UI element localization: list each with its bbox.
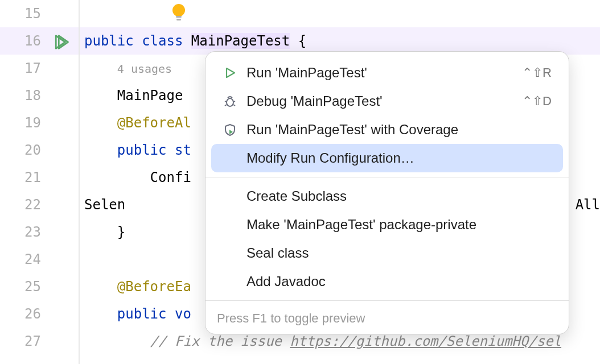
line-number[interactable]: 19 [0, 109, 79, 136]
spacer-icon [223, 151, 237, 166]
keyword: class [142, 33, 183, 49]
menu-label: Create Subclass [246, 188, 552, 204]
line-number[interactable]: 15 [0, 0, 79, 27]
intention-bulb-icon[interactable] [172, 3, 186, 23]
keyword: public st [117, 142, 191, 158]
menu-item-run[interactable]: Run 'MainPageTest' ⌃⇧R [211, 59, 563, 87]
menu-shortcut: ⌃⇧D [522, 94, 552, 109]
menu-label: Add Javadoc [246, 274, 552, 289]
menu-separator [206, 177, 569, 177]
menu-shortcut: ⌃⇧R [522, 65, 552, 80]
spacer-icon [223, 274, 237, 289]
code-text: MainPage [117, 88, 191, 104]
menu-label: Make 'MainPageTest' package-private [246, 217, 552, 233]
line-number[interactable]: 23 [0, 218, 79, 246]
menu-label: Seal class [246, 245, 552, 261]
menu-item-seal-class[interactable]: Seal class [211, 239, 563, 267]
svg-line-5 [233, 101, 235, 102]
annotation: @BeforeEa [117, 279, 191, 295]
comment: // Fix the issue [150, 333, 290, 349]
menu-label: Modify Run Configuration… [246, 150, 552, 166]
menu-item-modify-run-config[interactable]: Modify Run Configuration… [211, 144, 563, 172]
code-line[interactable] [80, 0, 600, 27]
svg-point-0 [172, 4, 185, 16]
line-number[interactable]: 16 [0, 27, 79, 55]
spacer-icon [223, 189, 237, 204]
menu-item-debug[interactable]: Debug 'MainPageTest' ⌃⇧D [211, 87, 563, 115]
keyword: public [84, 33, 134, 49]
keyword: public vo [117, 306, 191, 322]
code-text: Selen [84, 191, 125, 218]
menu-footer-hint: Press F1 to toggle preview [206, 305, 569, 327]
context-menu: Run 'MainPageTest' ⌃⇧R Debug 'MainPageTe… [205, 51, 569, 334]
menu-item-create-subclass[interactable]: Create Subclass [211, 182, 563, 210]
brace: } [117, 224, 125, 240]
menu-label: Debug 'MainPageTest' [246, 93, 522, 109]
spacer-icon [223, 246, 237, 260]
line-number[interactable]: 27 [0, 328, 79, 355]
svg-line-7 [233, 105, 235, 106]
spacer-icon [223, 217, 237, 232]
annotation: @BeforeAl [117, 115, 191, 131]
brace: { [290, 33, 306, 49]
code-text: All [576, 191, 600, 218]
svg-rect-1 [176, 16, 182, 18]
menu-item-coverage[interactable]: Run 'MainPageTest' with Coverage [211, 115, 563, 144]
svg-line-6 [225, 105, 227, 106]
code-line[interactable]: public class MainPageTest { [80, 27, 600, 55]
svg-line-4 [225, 101, 227, 102]
run-icon [223, 65, 237, 80]
run-test-gutter-icon[interactable] [52, 32, 69, 49]
svg-rect-2 [176, 19, 181, 20]
line-number[interactable]: 21 [0, 164, 79, 191]
debug-icon [223, 94, 237, 109]
comment-link[interactable]: https://github.com/SeleniumHQ/sel [290, 333, 561, 349]
coverage-icon [223, 122, 237, 137]
line-number[interactable]: 18 [0, 82, 79, 109]
menu-separator [206, 300, 569, 301]
line-number[interactable]: 24 [0, 246, 79, 273]
line-number[interactable]: 20 [0, 136, 79, 164]
line-number[interactable]: 25 [0, 273, 79, 300]
line-number-text: 16 [24, 33, 41, 49]
class-name: MainPageTest [191, 33, 290, 49]
svg-point-3 [227, 98, 233, 106]
menu-item-package-private[interactable]: Make 'MainPageTest' package-private [211, 210, 563, 239]
line-number[interactable]: 17 [0, 55, 79, 82]
menu-label: Run 'MainPageTest' with Coverage [246, 122, 552, 138]
gutter: 15 16 17 18 19 20 21 22 23 24 25 26 27 [0, 0, 80, 364]
code-text: Confi [150, 169, 191, 185]
line-number[interactable]: 22 [0, 191, 79, 218]
menu-label: Run 'MainPageTest' [246, 65, 522, 81]
menu-item-add-javadoc[interactable]: Add Javadoc [211, 267, 563, 296]
line-number[interactable]: 26 [0, 300, 79, 328]
